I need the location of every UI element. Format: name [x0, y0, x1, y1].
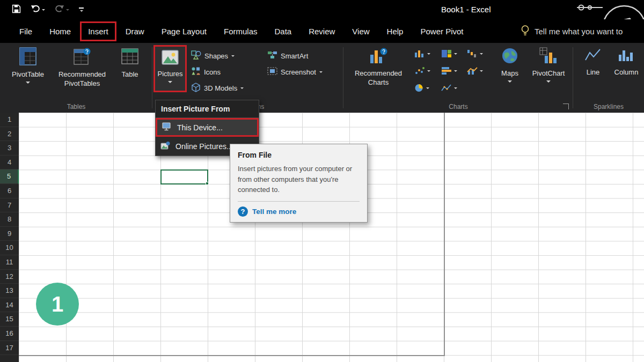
- smartart-icon: [267, 51, 277, 61]
- sparkline-column-label: Column: [614, 68, 639, 77]
- pivotchart-label: PivotChart: [532, 69, 565, 78]
- row-header-7[interactable]: 7: [0, 198, 19, 213]
- sparkline-line-icon: [584, 47, 602, 65]
- insert-waterfall-chart-button[interactable]: [467, 49, 483, 58]
- title-bar: Book1 - Excel: [0, 0, 644, 19]
- shapes-icon: [191, 50, 201, 61]
- undo-button[interactable]: [28, 3, 47, 17]
- from-file-tooltip: From File Insert pictures from your comp…: [230, 144, 368, 223]
- pictures-button[interactable]: Pictures: [153, 45, 187, 92]
- row-header-5[interactable]: 5: [0, 169, 19, 184]
- tab-help[interactable]: Help: [378, 21, 412, 42]
- scatter-chart-icon: [414, 67, 425, 75]
- maps-icon: [501, 47, 518, 67]
- tab-power-pivot[interactable]: Power Pivot: [412, 21, 472, 42]
- icons-label: Icons: [204, 68, 221, 76]
- insert-hierarchy-chart-button[interactable]: [441, 49, 457, 58]
- customize-quick-access-button[interactable]: [77, 6, 86, 13]
- tab-draw[interactable]: Draw: [117, 21, 153, 42]
- save-button[interactable]: [10, 3, 23, 17]
- insert-line-chart-button[interactable]: [441, 84, 457, 92]
- table-button[interactable]: Table: [114, 47, 146, 79]
- tab-formulas[interactable]: Formulas: [215, 21, 266, 42]
- row-header-11[interactable]: 11: [0, 255, 19, 270]
- sparkline-column-button[interactable]: Column: [611, 47, 642, 77]
- maps-button[interactable]: Maps: [495, 47, 525, 83]
- screenshot-icon: [267, 67, 277, 77]
- row-header-4[interactable]: 4: [0, 156, 19, 170]
- tab-page-layout[interactable]: Page Layout: [153, 21, 215, 42]
- smartart-button[interactable]: SmartArt: [267, 49, 308, 62]
- tell-me-search[interactable]: Tell me what you want to: [521, 19, 644, 43]
- screenshot-label: Screenshot: [281, 68, 316, 76]
- row-header-2[interactable]: 2: [0, 127, 19, 142]
- row-header-8[interactable]: 8: [0, 212, 19, 227]
- row-header-10[interactable]: 10: [0, 241, 19, 255]
- redo-dropdown-caret-icon[interactable]: [66, 9, 69, 11]
- this-device-icon: [162, 122, 172, 132]
- tables-group-label: Tables: [0, 103, 152, 110]
- tab-insert[interactable]: Insert: [80, 21, 116, 41]
- waterfall-chart-caret-icon: [480, 53, 483, 55]
- insert-column-chart-button[interactable]: [414, 49, 430, 58]
- insert-bar-chart-button[interactable]: [441, 67, 457, 75]
- pivottable-button[interactable]: PivotTable: [5, 47, 50, 84]
- icons-button[interactable]: Icons: [191, 65, 221, 78]
- undo-dropdown-caret-icon[interactable]: [42, 9, 45, 11]
- screenshot-button[interactable]: Screenshot: [267, 65, 323, 78]
- selected-cell[interactable]: [160, 169, 208, 184]
- pivottable-caret-icon: [26, 82, 30, 84]
- customize-toolbar-icon: [79, 8, 84, 12]
- screenshot-caret-icon: [319, 71, 323, 73]
- tooltip-divider: [238, 201, 360, 202]
- recommended-charts-icon: [369, 47, 387, 67]
- tooltip-body: Insert pictures from your computer or fr…: [238, 164, 360, 195]
- icons-icon: [191, 67, 201, 77]
- sparkline-line-button[interactable]: Line: [580, 47, 606, 77]
- tab-home[interactable]: Home: [41, 21, 79, 42]
- tab-view[interactable]: View: [343, 21, 378, 42]
- row-header-15[interactable]: 15: [0, 312, 19, 327]
- bar-chart-caret-icon: [454, 70, 457, 72]
- pivotchart-button[interactable]: PivotChart: [528, 47, 569, 83]
- recommended-pivottables-label: Recommended PivotTables: [53, 70, 112, 88]
- line-chart-icon: [441, 84, 452, 92]
- charts-dialog-launcher-icon[interactable]: [563, 104, 569, 109]
- tab-file[interactable]: File: [11, 21, 41, 42]
- sparklines-group-label: Sparklines: [573, 103, 644, 110]
- ribbon-tab-bar: File Home Insert Draw Page Layout Formul…: [0, 19, 644, 43]
- insert-pie-chart-button[interactable]: [414, 84, 429, 92]
- menu-item-this-device[interactable]: This Device...: [156, 118, 259, 137]
- row-header-9[interactable]: 9: [0, 227, 19, 241]
- recommended-pivottables-button[interactable]: Recommended PivotTables: [53, 47, 112, 88]
- pictures-label: Pictures: [158, 70, 183, 78]
- 3d-models-button[interactable]: 3D Models: [191, 82, 244, 94]
- row-header-12[interactable]: 12: [0, 270, 19, 284]
- row-header-16[interactable]: 16: [0, 327, 19, 341]
- bar-chart-icon: [441, 67, 452, 75]
- insert-picture-menu-header: Insert Picture From: [156, 100, 259, 118]
- row-header-6[interactable]: 6: [0, 184, 19, 198]
- used-range-right-edge: [444, 113, 445, 356]
- pivottable-icon: [19, 47, 36, 68]
- pie-chart-caret-icon: [426, 87, 429, 89]
- row-header-13[interactable]: 13: [0, 284, 19, 298]
- charts-group-label: Charts: [343, 103, 573, 110]
- row-header-3[interactable]: 3: [0, 141, 19, 156]
- redo-icon: [55, 4, 64, 15]
- row-headers: 1 2 3 4 5 6 7 8 9 10 11 12 13 14 15 16 1…: [0, 113, 19, 362]
- redo-button[interactable]: [53, 3, 71, 17]
- insert-combo-chart-button[interactable]: [467, 67, 483, 75]
- tell-me-more-label: Tell me more: [252, 208, 296, 216]
- row-header-17[interactable]: 17: [0, 341, 19, 356]
- shapes-button[interactable]: Shapes: [191, 49, 235, 62]
- insert-scatter-chart-button[interactable]: [414, 67, 430, 75]
- tell-me-more-link[interactable]: Tell me more: [238, 206, 360, 217]
- pivotchart-caret-icon: [546, 80, 551, 83]
- fill-handle[interactable]: [206, 182, 209, 185]
- row-header-1[interactable]: 1: [0, 113, 19, 127]
- recommended-charts-button[interactable]: Recommended Charts: [350, 47, 407, 87]
- tab-review[interactable]: Review: [300, 21, 343, 42]
- row-header-14[interactable]: 14: [0, 298, 19, 313]
- tab-data[interactable]: Data: [266, 21, 300, 42]
